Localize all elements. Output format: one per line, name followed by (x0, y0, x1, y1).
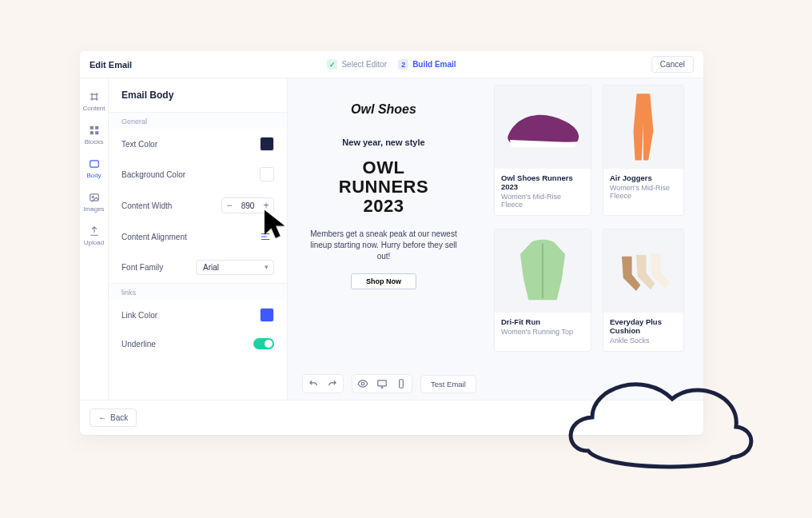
width-increment[interactable]: + (259, 198, 273, 213)
step-label: Select Editor (341, 60, 387, 69)
product-caption: Everyday Plus Cushion Ankle Socks (603, 313, 683, 351)
content-icon (89, 91, 100, 102)
rail-label: Images (83, 205, 104, 213)
mobile-icon[interactable] (396, 378, 407, 389)
width-input[interactable] (237, 201, 259, 210)
color-swatch-text[interactable] (260, 137, 274, 151)
field-label: Background Color (121, 170, 185, 179)
rail-label: Blocks (85, 138, 104, 145)
shop-now-button[interactable]: Shop Now (351, 273, 416, 289)
field-label: Font Family (121, 263, 163, 272)
svg-point-6 (92, 196, 94, 197)
field-bg-color: Background Color (109, 159, 287, 189)
product-subtitle: Women's Running Top (501, 328, 584, 336)
font-family-select[interactable]: Arial (196, 260, 274, 275)
undo-icon[interactable] (308, 378, 319, 389)
back-button[interactable]: ← Back (90, 408, 137, 427)
product-title: Owl Shoes Runners 2023 (501, 173, 584, 191)
svg-rect-1 (95, 126, 98, 130)
email-preview[interactable]: Owl Shoes New year, new style OWL RUNNER… (304, 102, 464, 289)
back-label: Back (110, 413, 128, 422)
jacket-icon (500, 233, 586, 309)
topbar: Edit Email ✓ Select Editor 2 Build Email… (80, 51, 703, 78)
product-card[interactable]: Everyday Plus Cushion Ankle Socks (603, 229, 684, 352)
product-card[interactable]: Air Joggers Women's Mid-Rise Fleece (603, 85, 684, 216)
product-subtitle: Ankle Socks (610, 337, 677, 345)
rail-item-content[interactable]: Content (80, 85, 108, 118)
product-caption: Owl Shoes Runners 2023 Women's Mid-Rise … (495, 169, 591, 215)
color-swatch-bg[interactable] (260, 167, 274, 181)
test-email-button[interactable]: Test Email (420, 375, 476, 393)
socks-icon (607, 233, 679, 309)
product-title: Air Joggers (610, 173, 677, 182)
underline-toggle[interactable] (253, 338, 274, 349)
left-rail: Content Blocks Body Images Upload (80, 78, 109, 400)
preview-group (352, 374, 412, 393)
product-card[interactable]: Owl Shoes Runners 2023 Women's Mid-Rise … (494, 85, 591, 216)
history-group (302, 374, 344, 393)
product-image (603, 229, 683, 313)
step-label: Build Email (412, 60, 456, 69)
svg-point-7 (361, 382, 364, 385)
rail-item-images[interactable]: Images (80, 185, 108, 219)
footer: ← Back (80, 400, 703, 435)
shoe-icon (500, 90, 586, 165)
redo-icon[interactable] (327, 378, 338, 389)
eye-icon[interactable] (357, 378, 368, 389)
product-image (495, 229, 591, 313)
app-window: Edit Email ✓ Select Editor 2 Build Email… (80, 51, 703, 435)
svg-rect-3 (95, 131, 98, 134)
brand-logo: Owl Shoes (304, 102, 464, 117)
field-label: Link Color (121, 311, 157, 320)
field-underline: Underline (109, 330, 287, 357)
field-text-color: Text Color (109, 129, 287, 159)
product-image (495, 86, 591, 169)
hero-line: RUNNERS (304, 177, 464, 197)
align-icon (259, 231, 272, 242)
section-general: General (109, 112, 287, 129)
product-grid: Owl Shoes Runners 2023 Women's Mid-Rise … (494, 85, 684, 352)
rail-item-upload[interactable]: Upload (80, 219, 108, 253)
product-card[interactable]: Dri-Fit Run Women's Running Top (494, 229, 591, 352)
field-label: Content Alignment (121, 233, 187, 241)
product-subtitle: Women's Mid-Rise Fleece (501, 193, 584, 209)
blocks-icon (89, 125, 100, 136)
product-title: Everyday Plus Cushion (610, 317, 677, 335)
hero-line: OWL (304, 158, 464, 177)
step-number-icon: 2 (398, 59, 408, 70)
hero-line: 2023 (304, 197, 464, 216)
field-label: Text Color (121, 140, 157, 149)
hero-text: OWL RUNNERS 2023 (304, 158, 464, 216)
svg-rect-4 (90, 161, 98, 167)
canvas-toolbar: Test Email (302, 374, 476, 393)
cancel-button[interactable]: Cancel (651, 56, 694, 73)
email-copy: Members get a sneak peak at our newest l… (304, 229, 464, 262)
svg-rect-0 (90, 126, 93, 130)
body-icon (89, 158, 100, 169)
product-title: Dri-Fit Run (501, 317, 584, 326)
svg-rect-8 (378, 381, 387, 386)
field-label: Underline (121, 340, 156, 349)
step-build-email[interactable]: 2 Build Email (398, 59, 456, 70)
checkmark-icon: ✓ (327, 59, 337, 70)
email-tagline: New year, new style (304, 137, 464, 147)
upload-icon (89, 225, 100, 237)
canvas[interactable]: Owl Shoes New year, new style OWL RUNNER… (288, 78, 703, 400)
step-select-editor[interactable]: ✓ Select Editor (327, 59, 387, 70)
chevron-left-icon: ← (98, 413, 106, 422)
rail-label: Body (86, 172, 101, 179)
rail-item-blocks[interactable]: Blocks (80, 118, 108, 152)
product-image (603, 86, 683, 169)
desktop-icon[interactable] (376, 378, 388, 389)
page-title: Edit Email (90, 60, 132, 70)
width-decrement[interactable]: − (222, 198, 237, 213)
field-font-family: Font Family Arial (109, 252, 287, 283)
align-left-icon[interactable] (257, 229, 274, 244)
field-label: Content Width (121, 201, 172, 210)
wizard-steps: ✓ Select Editor 2 Build Email (327, 59, 456, 70)
color-swatch-link[interactable] (260, 308, 274, 322)
rail-item-body[interactable]: Body (80, 152, 108, 185)
settings-panel: Email Body General Text Color Background… (109, 78, 288, 400)
product-subtitle: Women's Mid-Rise Fleece (610, 184, 677, 200)
rail-label: Upload (84, 239, 104, 246)
